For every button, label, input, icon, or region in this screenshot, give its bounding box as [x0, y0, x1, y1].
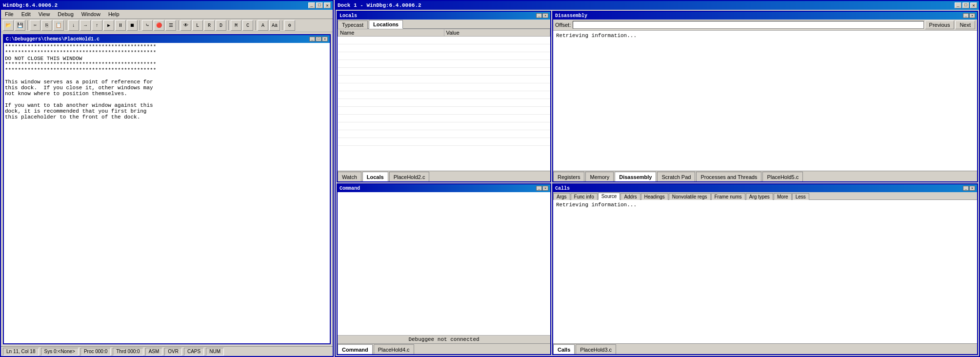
- toolbar-font-icon[interactable]: A: [258, 20, 268, 31]
- toolbar-goto-icon[interactable]: ⤷: [142, 20, 153, 31]
- toolbar-sep-4: [178, 20, 179, 30]
- locals-title-bar: Locals _ ✕: [338, 12, 550, 20]
- toolbar-disasm-icon[interactable]: D: [216, 20, 226, 31]
- toolbar-break-icon[interactable]: ⏸: [115, 20, 126, 31]
- bottom-tab-placehold2[interactable]: PlaceHold2.c: [389, 172, 430, 181]
- menu-debug[interactable]: Debug: [56, 11, 75, 18]
- placeholder-text: ****************************************…: [5, 44, 329, 120]
- placeholder-content: ****************************************…: [4, 43, 330, 343]
- toolbar-regs-icon[interactable]: R: [204, 20, 215, 31]
- calls-sub-tab-bar: Args Func info Source Addrs Headings Non…: [553, 192, 977, 200]
- calls-minimize-btn[interactable]: _: [963, 186, 969, 191]
- command-title-bar: Command _ ✕: [338, 184, 550, 192]
- table-row: [338, 122, 550, 130]
- locals-minimize-btn[interactable]: _: [536, 13, 542, 18]
- bottom-tab-registers[interactable]: Registers: [553, 172, 584, 181]
- calls-content-area: Retrieving information...: [553, 200, 977, 343]
- toolbar-save-icon[interactable]: 💾: [15, 20, 25, 31]
- toolbar-sep-3: [140, 20, 140, 30]
- toolbar-run-icon[interactable]: ▶: [103, 20, 114, 31]
- toolbar-step-out-icon[interactable]: ↑: [92, 20, 102, 31]
- bottom-tab-calls[interactable]: Calls: [553, 344, 575, 354]
- sub-tab-addrs[interactable]: Addrs: [620, 193, 640, 200]
- command-minimize-btn[interactable]: _: [536, 186, 542, 191]
- toolbar-stop-icon[interactable]: ⏹: [127, 20, 138, 31]
- tab-typecast[interactable]: Typecast: [338, 20, 368, 29]
- toolbar-cmd-icon[interactable]: C: [242, 20, 253, 31]
- dock-close-button[interactable]: ✕: [970, 2, 977, 8]
- next-button[interactable]: Next: [955, 20, 975, 29]
- disassembly-title-bar: Disassembly _ ✕: [553, 12, 977, 20]
- sub-tab-arg-types[interactable]: Arg types: [746, 193, 773, 200]
- table-row: [338, 99, 550, 107]
- dock-minimize-button[interactable]: _: [955, 2, 961, 8]
- sub-tab-nonvolatile-regs[interactable]: Nonvolatile regs: [669, 193, 711, 200]
- previous-button[interactable]: Previous: [925, 20, 955, 29]
- placeholder-close-btn[interactable]: ✕: [322, 37, 328, 41]
- bottom-tab-placehold3[interactable]: PlaceHold3.c: [576, 344, 616, 354]
- toolbar-bp-icon[interactable]: 🔴: [154, 20, 164, 31]
- offset-input[interactable]: [573, 21, 923, 29]
- menu-view[interactable]: View: [37, 11, 52, 18]
- table-row: [338, 91, 550, 99]
- placeholder-minimize-btn[interactable]: _: [309, 37, 315, 41]
- bottom-tab-scratch-pad[interactable]: Scratch Pad: [657, 172, 695, 181]
- toolbar-sep-7: [282, 20, 282, 30]
- bottom-tab-memory[interactable]: Memory: [585, 172, 614, 181]
- toolbar-paste-icon[interactable]: 📋: [53, 20, 64, 31]
- table-row: [338, 130, 550, 138]
- bottom-tab-placehold5[interactable]: PlaceHold5.c: [762, 172, 803, 181]
- menu-edit[interactable]: Edit: [20, 11, 33, 18]
- locals-title: Locals: [340, 13, 357, 19]
- disassembly-title-buttons: _ ✕: [963, 13, 975, 18]
- sub-tab-frame-nums[interactable]: Frame nums: [711, 193, 745, 200]
- sub-tab-headings[interactable]: Headings: [641, 193, 668, 200]
- bottom-tab-watch[interactable]: Watch: [338, 172, 361, 181]
- sub-tab-func-info[interactable]: Func info: [571, 193, 598, 200]
- menu-help[interactable]: Help: [106, 11, 121, 18]
- sub-tab-more[interactable]: More: [774, 193, 792, 200]
- locals-close-btn[interactable]: ✕: [542, 13, 548, 18]
- toolbar-locals-icon[interactable]: L: [192, 20, 203, 31]
- main-title: WinDbg:6.4.0006.2: [3, 2, 58, 8]
- sub-tab-args[interactable]: Args: [553, 193, 570, 200]
- maximize-button[interactable]: □: [316, 2, 323, 8]
- calls-bottom-tab-bar: Calls PlaceHold3.c: [553, 343, 977, 354]
- toolbar-options-icon[interactable]: ⚙: [284, 20, 295, 31]
- sub-tab-source[interactable]: Source: [598, 193, 620, 200]
- disassembly-close-btn[interactable]: ✕: [969, 13, 975, 18]
- toolbar-copy-icon[interactable]: ⎘: [41, 20, 52, 31]
- toolbar-font2-icon[interactable]: Aa: [269, 20, 280, 31]
- bottom-tab-processes-threads[interactable]: Processes and Threads: [696, 172, 761, 181]
- table-row: [338, 115, 550, 122]
- close-button[interactable]: ✕: [324, 2, 331, 8]
- toolbar-step-over-icon[interactable]: →: [80, 20, 91, 31]
- disassembly-minimize-btn[interactable]: _: [963, 13, 969, 18]
- calls-title-buttons: _ ✕: [963, 186, 975, 191]
- toolbar-watch-icon[interactable]: 👁: [180, 20, 191, 31]
- sub-tab-less[interactable]: Less: [792, 193, 809, 200]
- toolbar-open-icon[interactable]: 📂: [3, 20, 14, 31]
- bottom-tab-locals[interactable]: Locals: [362, 172, 388, 181]
- tab-locations[interactable]: Locations: [369, 20, 403, 29]
- calls-close-btn[interactable]: ✕: [969, 186, 975, 191]
- bottom-tab-disassembly[interactable]: Disassembly: [615, 172, 656, 181]
- toolbar-mem-icon[interactable]: M: [231, 20, 241, 31]
- menu-file[interactable]: File: [3, 11, 16, 18]
- main-toolbar: 📂 💾 ✂ ⎘ 📋 ↓ → ↑ ▶ ⏸ ⏹ ⤷ 🔴 ☰ 👁 L R D M C …: [1, 19, 333, 32]
- toolbar-bp-list-icon[interactable]: ☰: [165, 20, 176, 31]
- toolbar-cut-icon[interactable]: ✂: [30, 20, 40, 31]
- dock-window: Dock 1 - WinDbg:6.4.0006.2 _ □ ✕ Locals …: [335, 0, 980, 357]
- bottom-tab-command[interactable]: Command: [338, 344, 373, 354]
- dock-title-bar: Dock 1 - WinDbg:6.4.0006.2 _ □ ✕: [336, 1, 979, 10]
- placeholder-maximize-btn[interactable]: □: [316, 37, 321, 41]
- bottom-tab-placehold4[interactable]: PlaceHold4.c: [374, 344, 414, 354]
- dock-maximize-button[interactable]: □: [962, 2, 969, 8]
- menu-window[interactable]: Window: [80, 11, 102, 18]
- command-close-btn[interactable]: ✕: [542, 186, 548, 191]
- toolbar-step-into-icon[interactable]: ↓: [68, 20, 79, 31]
- command-content-area[interactable]: [338, 192, 550, 335]
- table-row: [338, 37, 550, 44]
- status-ovr: OVR: [164, 348, 182, 356]
- minimize-button[interactable]: _: [308, 2, 315, 8]
